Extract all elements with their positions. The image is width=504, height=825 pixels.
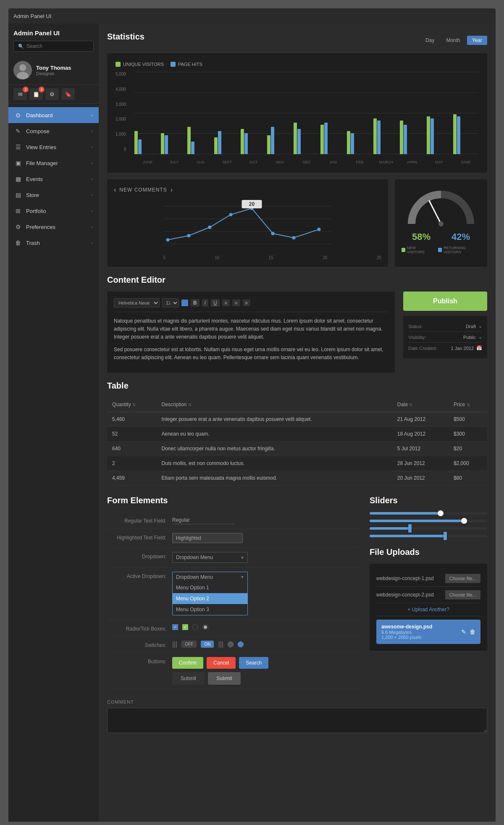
next-arrow[interactable]: › — [171, 186, 173, 194]
sidebar-item-dashboard[interactable]: ⊙ Dashboard › — [8, 107, 99, 123]
prev-arrow[interactable]: ‹ — [114, 186, 116, 194]
editor-main: Helvetica Neue 12 B I U ≡ ≡ ≡ — [107, 292, 395, 373]
color-picker[interactable] — [181, 300, 188, 306]
slider-fill-2 — [370, 520, 464, 522]
date-value: 1 Jan 2012 📅 — [451, 345, 482, 351]
slider-thumb-3[interactable] — [408, 524, 412, 533]
choose-file-btn-2[interactable]: Choose file... — [445, 590, 480, 599]
sidebar-item-view-entries[interactable]: ☰ View Entries › — [8, 139, 99, 155]
comment-textarea[interactable] — [107, 708, 487, 733]
desc-cell: Aenean eu leo quam. — [157, 426, 392, 441]
active-dropdown-select[interactable]: Dropdown Menu — [172, 572, 248, 582]
date-cell: 18 Aug 2012 — [392, 426, 449, 441]
sidebar-item-trash[interactable]: 🗑 Trash › — [8, 235, 99, 251]
edit-file-button[interactable]: ✎ — [461, 628, 466, 635]
sidebar-item-portfolio[interactable]: ⊞ Portfolio › — [8, 203, 99, 219]
switch-dot-off[interactable] — [228, 641, 234, 647]
search-input[interactable] — [26, 43, 89, 49]
slider-thumb-2[interactable] — [461, 518, 467, 524]
visitor-bar — [241, 129, 244, 154]
search-button[interactable]: Search — [239, 657, 268, 669]
italic-button[interactable]: I — [202, 299, 208, 307]
sidebar: Admin Panel UI 🔍 Tony Thomas De — [8, 24, 99, 822]
sidebar-item-file-manager[interactable]: ▣ File Manager › — [8, 155, 99, 171]
size-select[interactable]: 12 — [162, 298, 179, 307]
switch-lines-icon2: ||| — [218, 641, 223, 648]
returning-visitors-stat: 42% — [452, 231, 470, 242]
col-date[interactable]: Date ⇅ — [392, 397, 449, 412]
delete-file-button[interactable]: 🗑 — [470, 628, 475, 635]
choose-file-btn-1[interactable]: Choose file... — [445, 574, 480, 583]
col-description[interactable]: Description ⇅ — [157, 397, 392, 412]
sidebar-item-store[interactable]: ▤ Store › — [8, 187, 99, 203]
align-left-button[interactable]: ≡ — [222, 300, 230, 306]
switch-off[interactable]: OFF — [181, 641, 197, 648]
confirm-button[interactable]: Confirm — [172, 657, 203, 669]
sidebar-search-container: 🔍 — [13, 41, 94, 52]
checkbox-1[interactable]: ✓ — [172, 624, 178, 630]
visibility-value: Public ⌄ — [463, 334, 482, 340]
editor-content[interactable]: Natoque penatibus et magnis dis parturie… — [114, 317, 388, 362]
settings-button[interactable]: ⚙ — [45, 88, 59, 100]
radio-1[interactable] — [192, 624, 198, 630]
bookmark-button[interactable]: 🔖 — [61, 88, 75, 100]
user-info: Tony Thomas Designer — [36, 65, 94, 76]
switch-dot-on[interactable] — [238, 641, 244, 647]
tab-day[interactable]: Day — [420, 36, 439, 45]
gauge-labels: NEW VISITORS RETURNING VISITORS — [402, 246, 480, 254]
slider-thumb-1[interactable] — [438, 510, 444, 516]
featured-file-info: awesome-design.psd 6.6 Megabytes 1,200 ×… — [381, 624, 432, 640]
slider-fill-1 — [370, 512, 440, 515]
checkbox-2[interactable]: ✓ — [182, 624, 188, 630]
sidebar-item-compose[interactable]: ✎ Compose › — [8, 123, 99, 139]
user-name: Tony Thomas — [36, 65, 94, 71]
cancel-button[interactable]: Cancel — [207, 657, 236, 669]
new-visitors-label: NEW VISITORS — [402, 246, 431, 254]
list-icon: ☰ — [14, 144, 22, 150]
dropdown-select[interactable]: Dropdown Menu Menu Option 1 Menu Option … — [172, 552, 248, 563]
highlighted-text-input[interactable] — [172, 533, 243, 543]
chart-legend: UNIQUE VISITORS PAGE HITS — [116, 62, 479, 67]
underline-button[interactable]: U — [211, 299, 220, 307]
nav-menu: ⊙ Dashboard › ✎ Compose › ☰ View Entries… — [8, 104, 99, 254]
calendar-icon[interactable]: 📅 — [476, 345, 482, 351]
dashboard-icon: ⊙ — [14, 112, 22, 118]
tab-month[interactable]: Month — [441, 36, 465, 45]
col-quantity[interactable]: Quantity ⇅ — [107, 397, 157, 412]
slider-thumb-4[interactable] — [444, 532, 447, 540]
font-select[interactable]: Helvetica Neue — [114, 298, 160, 307]
sliders-title: Sliders — [370, 496, 487, 505]
comments-chart-title: NEW COMMENTS — [119, 187, 167, 193]
date-cell: 28 Jun 2012 — [392, 456, 449, 470]
dropdown-option-1[interactable]: Menu Option 1 — [173, 582, 247, 593]
trash-icon: 🗑 — [14, 239, 22, 246]
dropdown-option-2[interactable]: Menu Option 2 — [173, 593, 247, 604]
sidebar-item-events[interactable]: ▦ Events › — [8, 171, 99, 187]
visitors-legend-label: UNIQUE VISITORS — [123, 62, 164, 67]
gauge-svg — [403, 186, 479, 228]
table-body: 5,460 Integer posuere erat a ante venena… — [107, 412, 487, 485]
radio-2[interactable] — [202, 624, 208, 630]
messages-button[interactable]: 📋 4 — [29, 88, 43, 100]
dropdown-option-3[interactable]: Menu Option 3 — [173, 604, 247, 615]
paragraph-1: Natoque penatibus et magnis dis parturie… — [114, 317, 388, 342]
gauge-stats: 58% 42% — [402, 231, 480, 242]
status-dropdown-arrow[interactable]: ⌄ — [478, 323, 482, 329]
x-label: JULY — [161, 160, 187, 164]
notifications-button[interactable]: ✉ 2 — [13, 88, 27, 100]
publish-button[interactable]: Publish — [403, 292, 487, 311]
submit-dark-button[interactable]: Submit — [172, 672, 205, 685]
new-visitors-percent: 58% — [412, 231, 430, 242]
submit-med-button[interactable]: Submit — [208, 672, 240, 685]
bold-button[interactable]: B — [191, 299, 200, 307]
visibility-dropdown-arrow[interactable]: ⌄ — [478, 334, 482, 340]
align-center-button[interactable]: ≡ — [232, 300, 240, 306]
upload-another-btn[interactable]: + Upload Another? — [376, 603, 480, 616]
tab-year[interactable]: Year — [467, 36, 487, 45]
sidebar-item-preferences[interactable]: ⚙ Preferences › — [8, 219, 99, 235]
align-right-button[interactable]: ≡ — [243, 300, 250, 306]
date-label: Date Created: — [408, 346, 437, 351]
switch-on[interactable]: ON — [201, 641, 214, 648]
regular-text-input[interactable] — [172, 516, 235, 524]
col-price[interactable]: Price ⇅ — [449, 397, 487, 412]
